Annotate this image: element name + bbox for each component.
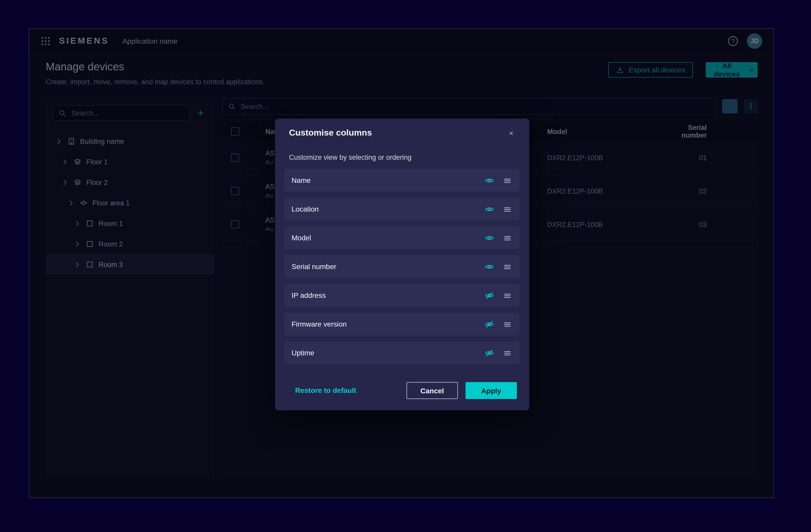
column-label: Location [292,205,483,213]
column-label: Name [292,176,483,184]
drag-handle-icon[interactable] [502,348,512,358]
cancel-button[interactable]: Cancel [407,382,458,399]
column-label: Firmware version [292,320,483,328]
dialog-title: Customise columns [289,128,372,138]
drag-handle-icon[interactable] [502,261,512,272]
eye-icon[interactable] [483,260,495,273]
eye-icon[interactable] [483,174,495,186]
column-item-firmware-version[interactable]: Firmware version [285,313,519,335]
column-item-serial-number[interactable]: Serial number [285,255,519,278]
column-list: NameLocationModelSerial numberIP address… [285,169,519,370]
column-item-ip-address[interactable]: IP address [285,284,519,307]
drag-handle-icon[interactable] [502,233,512,243]
restore-default-button[interactable]: Restore to default [295,386,356,394]
column-item-uptime[interactable]: Uptime [285,341,519,364]
drag-handle-icon[interactable] [502,204,512,214]
apply-button[interactable]: Apply [465,382,517,399]
screen: SIEMENS Application name ? JD Manage dev… [0,0,811,532]
app-window: SIEMENS Application name ? JD Manage dev… [29,28,774,498]
column-label: Uptime [292,349,483,357]
column-label: Model [292,234,483,242]
dialog-subtitle: Customize view by selecting or ordering [289,154,411,161]
eye-off-icon[interactable] [483,289,495,301]
eye-off-icon[interactable] [483,318,495,330]
column-label: Serial number [292,262,483,271]
eye-off-icon[interactable] [483,347,495,359]
column-item-name[interactable]: Name [285,169,519,192]
drag-handle-icon[interactable] [502,290,512,300]
close-button[interactable] [506,127,517,139]
drag-handle-icon[interactable] [502,175,512,185]
close-icon [509,129,514,137]
customise-columns-dialog: Customise columns Customize view by sele… [275,119,529,410]
column-item-model[interactable]: Model [285,226,519,249]
drag-handle-icon[interactable] [502,319,512,329]
eye-icon[interactable] [483,203,495,215]
eye-icon[interactable] [483,232,495,244]
column-label: IP address [292,291,483,299]
column-item-location[interactable]: Location [285,198,519,220]
